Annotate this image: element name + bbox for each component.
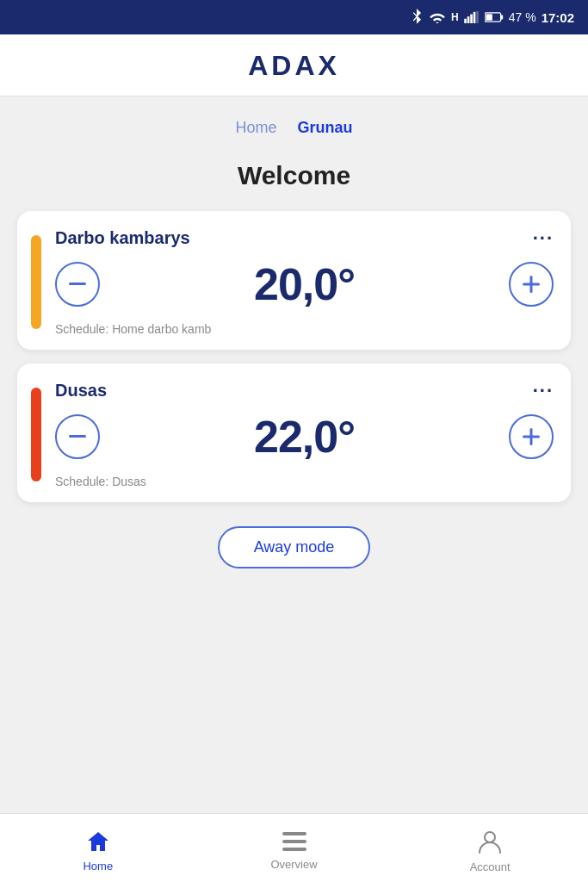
svg-rect-1 [467,16,469,23]
svg-rect-6 [500,15,503,19]
temp-increase-darbo[interactable] [509,262,554,307]
bluetooth-icon [412,9,424,26]
room-header-darbo: Darbo kambarys ··· [55,228,554,248]
temp-increase-dusas[interactable] [509,414,554,459]
room-card-darbo: Darbo kambarys ··· 20,0° [17,211,571,350]
svg-rect-16 [282,848,306,851]
status-icons: H 47 % 17:02 [412,9,574,26]
location-tabs: Home Grunau [0,96,588,147]
nav-overview[interactable]: Overview [196,814,393,882]
svg-rect-4 [476,11,479,23]
welcome-title: Welcome [0,147,588,211]
svg-rect-14 [282,832,306,835]
app-logo: ADAX [248,50,340,82]
room-temp-row-dusas: 22,0° [55,411,554,463]
svg-point-17 [485,832,495,842]
nav-overview-label: Overview [270,858,317,871]
temp-decrease-dusas[interactable] [55,414,100,459]
battery-icon [485,12,504,22]
svg-rect-10 [523,283,540,286]
accent-bar-dusas [31,388,41,481]
nav-home-label: Home [83,860,113,873]
location-tab-grunau[interactable]: Grunau [298,115,353,140]
location-tab-home[interactable]: Home [235,115,276,140]
away-mode-button[interactable]: Away mode [218,526,371,568]
room-header-dusas: Dusas ··· [55,381,554,401]
wifi-icon [429,11,446,23]
room-schedule-dusas: Schedule: Dusas [55,475,554,488]
home-icon [86,830,110,856]
status-time: 17:02 [542,10,574,25]
nav-account[interactable]: Account [392,814,588,882]
bottom-nav: Home Overview Account [0,813,588,882]
svg-rect-2 [470,15,473,24]
room-temp-darbo: 20,0° [254,258,355,310]
status-bar: H 47 % 17:02 [0,0,588,34]
accent-bar-darbo [31,235,41,329]
room-card-dusas: Dusas ··· 22,0° [17,363,571,502]
nav-home[interactable]: Home [0,814,196,882]
svg-rect-0 [464,19,467,23]
room-temp-dusas: 22,0° [254,411,355,463]
nav-account-label: Account [470,860,511,873]
list-icon [282,832,306,854]
battery-percent: 47 % [509,10,536,24]
signal-icon [464,11,480,23]
svg-rect-11 [69,435,86,438]
room-temp-row-darbo: 20,0° [55,258,554,310]
svg-rect-8 [69,283,86,285]
network-type: H [451,11,459,23]
room-card-body-dusas: Dusas ··· 22,0° [55,381,554,488]
svg-rect-7 [486,14,492,21]
room-card-body-darbo: Darbo kambarys ··· 20,0° [55,228,554,336]
room-cards: Darbo kambarys ··· 20,0° [0,211,588,502]
svg-rect-3 [473,12,475,23]
away-mode-container: Away mode [0,502,588,582]
svg-rect-15 [282,840,306,843]
room-name-darbo: Darbo kambarys [55,228,190,248]
room-schedule-darbo: Schedule: Home darbo kamb [55,322,554,336]
temp-decrease-darbo[interactable] [55,262,100,307]
app-header: ADAX [0,34,588,96]
room-menu-dusas[interactable]: ··· [533,382,554,401]
main-content: Home Grunau Welcome Darbo kambarys ··· [0,96,588,813]
svg-rect-13 [523,436,540,438]
room-menu-darbo[interactable]: ··· [533,229,554,248]
room-name-dusas: Dusas [55,381,107,401]
account-icon [479,829,501,857]
